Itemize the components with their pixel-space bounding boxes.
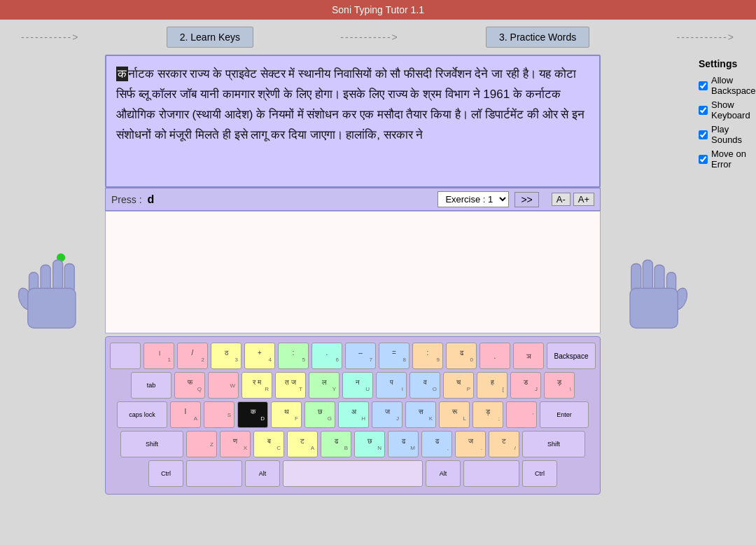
right-hand-icon [608, 247, 692, 345]
move-on-error-checkbox[interactable] [699, 155, 708, 164]
left-arrow: -----------> [21, 32, 79, 43]
key-7[interactable]: –7 [345, 343, 376, 369]
key-quote[interactable]: ' [506, 401, 537, 428]
svg-rect-7 [643, 260, 652, 291]
key-backtick[interactable] [110, 343, 141, 369]
move-on-error-option: Move on Error [699, 149, 756, 170]
key-c[interactable]: बC [253, 431, 284, 457]
key-b[interactable]: ढB [321, 431, 351, 457]
key-rbracket[interactable]: डJ [510, 372, 541, 399]
left-win-key[interactable] [186, 460, 242, 487]
app-title: Soni Typing Tutor 1.1 [332, 4, 424, 15]
left-ctrl-key[interactable]: Ctrl [148, 460, 183, 487]
key-comma[interactable]: ढ, [421, 431, 452, 457]
key-equal[interactable]: ञ [513, 343, 544, 369]
backspace-key[interactable]: Backspace [547, 343, 596, 369]
key-y[interactable]: लY [309, 372, 340, 399]
key-i[interactable]: पI [376, 372, 407, 399]
key-backslash[interactable]: ड़\ [544, 372, 575, 399]
main-area: क‍र्नाटक सरकार राज्य के प्राइवेट सेक्टर … [0, 55, 756, 495]
show-keyboard-option: Show Keyboard [699, 99, 756, 120]
key-w[interactable]: W [208, 372, 239, 399]
key-5[interactable]: :5 [278, 343, 309, 369]
font-larger-button[interactable]: A+ [573, 193, 594, 206]
key-semicolon[interactable]: ड़; [472, 401, 503, 428]
right-win-key[interactable] [463, 460, 519, 487]
space-bar[interactable] [283, 460, 423, 487]
svg-rect-6 [28, 289, 76, 329]
key-x[interactable]: णX [220, 431, 251, 457]
keyboard-row-3: caps lock IA S कD थF छG अH जJ सK रूL ड़;… [110, 401, 596, 428]
left-hand-icon [14, 247, 98, 345]
right-shift-key[interactable]: Shift [522, 431, 585, 457]
learn-keys-button[interactable]: 2. Learn Keys [167, 27, 253, 48]
key-m[interactable]: ढM [388, 431, 419, 457]
key-r[interactable]: र मR [241, 372, 272, 399]
key-p[interactable]: चP [443, 372, 474, 399]
key-k[interactable]: सK [405, 401, 436, 428]
tab-key[interactable]: tab [131, 372, 172, 399]
allow-backspace-option: Allow Backspace [699, 75, 756, 96]
allow-backspace-label: Allow Backspace [711, 75, 756, 96]
play-sounds-label: Play Sounds [711, 124, 756, 145]
key-q[interactable]: फQ [174, 372, 205, 399]
key-period[interactable]: ज. [455, 431, 486, 457]
play-sounds-checkbox[interactable] [699, 130, 708, 139]
key-g[interactable]: छG [304, 401, 335, 428]
keyboard-row-5: Ctrl Alt Alt Ctrl [110, 460, 596, 487]
right-arrow: -----------> [677, 32, 735, 43]
keyboard-container: ।1 /2 ठ3 +4 :5 .6 –7 =8 :9 ढ0 . ञ Backsp… [105, 336, 601, 495]
settings-title: Settings [699, 58, 756, 69]
key-f[interactable]: थF [271, 401, 302, 428]
show-keyboard-checkbox[interactable] [699, 106, 708, 115]
key-t[interactable]: त जT [275, 372, 306, 399]
settings-panel: Settings Allow Backspace Show Keyboard P… [699, 55, 756, 495]
typing-area[interactable] [105, 211, 601, 333]
caps-lock-key[interactable]: caps lock [117, 401, 167, 428]
key-3[interactable]: ठ3 [211, 343, 241, 369]
left-hand-panel [14, 55, 98, 495]
key-minus[interactable]: . [479, 343, 510, 369]
key-v[interactable]: टA [287, 431, 318, 457]
key-d[interactable]: कD [237, 401, 268, 428]
title-bar: Soni Typing Tutor 1.1 [0, 0, 756, 20]
press-label: Press : [111, 194, 142, 205]
text-display: क‍र्नाटक सरकार राज्य के प्राइवेट सेक्टर … [105, 55, 601, 188]
left-alt-key[interactable]: Alt [245, 460, 280, 487]
next-button[interactable]: >> [514, 192, 538, 207]
key-j[interactable]: जJ [372, 401, 402, 428]
key-6[interactable]: .6 [312, 343, 342, 369]
font-smaller-button[interactable]: A- [552, 193, 570, 206]
nav-bar: -----------> 2. Learn Keys -----------> … [0, 20, 756, 55]
right-ctrl-key[interactable]: Ctrl [522, 460, 557, 487]
key-8[interactable]: =8 [379, 343, 410, 369]
keyboard-row-2: tab फQ W र मR त जT लY नU पI वO चP ह[ डJ … [110, 372, 596, 399]
key-4[interactable]: +4 [244, 343, 275, 369]
key-s[interactable]: S [204, 401, 234, 428]
practice-words-button[interactable]: 3. Practice Words [486, 27, 589, 48]
move-on-error-label: Move on Error [711, 149, 756, 170]
key-h[interactable]: अH [338, 401, 369, 428]
right-alt-key[interactable]: Alt [426, 460, 461, 487]
allow-backspace-checkbox[interactable] [699, 81, 708, 90]
key-n[interactable]: छN [354, 431, 385, 457]
font-controls: A- A+ [552, 193, 594, 206]
enter-key[interactable]: Enter [540, 401, 589, 428]
key-o[interactable]: वO [410, 372, 440, 399]
key-9[interactable]: :9 [412, 343, 443, 369]
key-z[interactable]: Z [186, 431, 217, 457]
key-0[interactable]: ढ0 [446, 343, 477, 369]
press-key: d [148, 193, 155, 206]
key-l[interactable]: रूL [439, 401, 470, 428]
key-u[interactable]: नU [342, 372, 373, 399]
key-a[interactable]: IA [170, 401, 201, 428]
key-1[interactable]: ।1 [144, 343, 174, 369]
key-2[interactable]: /2 [177, 343, 208, 369]
left-shift-key[interactable]: Shift [120, 431, 183, 457]
right-hand-panel [608, 55, 692, 495]
keyboard-row-4: Shift Z णX बC टA ढB छN ढM ढ, ज. ट/ Shift [110, 431, 596, 457]
exercise-select[interactable]: Exercise : 1 Exercise : 2 Exercise : 3 [438, 191, 509, 207]
controls-bar: Press : d Exercise : 1 Exercise : 2 Exer… [105, 188, 601, 211]
key-slash[interactable]: ट/ [489, 431, 519, 457]
key-lbracket[interactable]: ह[ [477, 372, 507, 399]
